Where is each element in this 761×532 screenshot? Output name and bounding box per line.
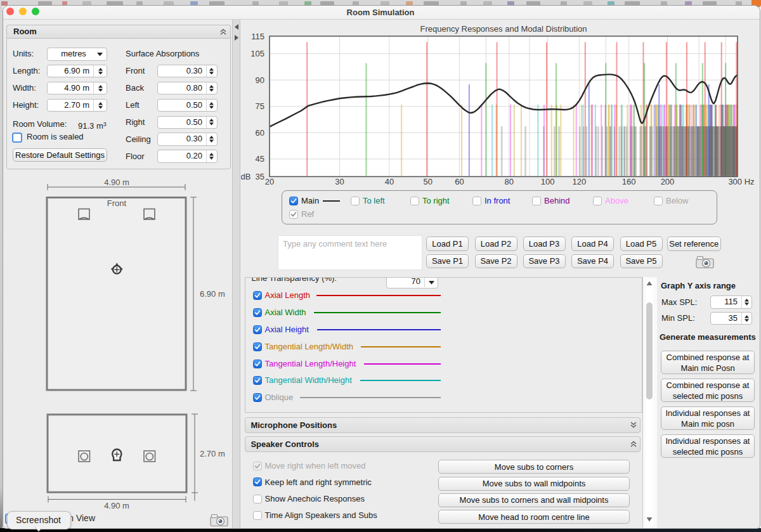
svg-text:75: 75 <box>256 101 264 111</box>
svg-text:200: 200 <box>661 177 675 186</box>
svg-text:2.70 m: 2.70 m <box>200 449 225 458</box>
svg-text:160: 160 <box>622 177 636 186</box>
svg-text:40: 40 <box>385 177 394 186</box>
svg-text:4.90 m: 4.90 m <box>104 501 129 510</box>
svg-text:300 Hz: 300 Hz <box>728 177 754 186</box>
svg-text:115: 115 <box>251 32 264 41</box>
svg-text:50: 50 <box>423 177 432 186</box>
svg-text:120: 120 <box>572 177 586 186</box>
svg-text:4.90 m: 4.90 m <box>104 178 129 187</box>
svg-text:80: 80 <box>505 177 514 186</box>
svg-text:30: 30 <box>335 177 344 186</box>
svg-text:dB 35: dB 35 <box>241 172 264 181</box>
svg-text:Front: Front <box>107 198 127 208</box>
svg-text:105: 105 <box>250 49 264 58</box>
svg-text:45: 45 <box>256 154 264 164</box>
svg-text:20: 20 <box>265 177 274 186</box>
svg-text:6.90 m: 6.90 m <box>200 289 225 299</box>
svg-text:90: 90 <box>256 75 264 85</box>
svg-text:Frequency Responses and Modal: Frequency Responses and Modal Distributi… <box>420 24 587 34</box>
svg-text:60: 60 <box>256 128 264 138</box>
svg-text:100: 100 <box>541 177 555 186</box>
svg-text:60: 60 <box>455 177 464 186</box>
